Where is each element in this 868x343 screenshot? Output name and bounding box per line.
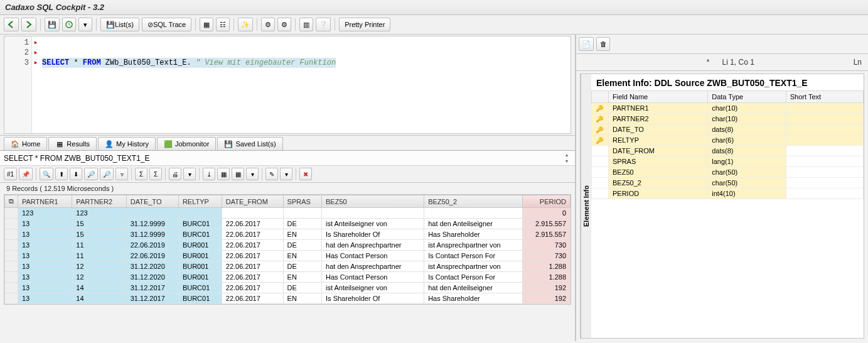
grid-toolbar: #1 📌 🔍 ⬆ ⬇ 🔎 🔎 ▿ Σ Σ 🖨 ▾ ⤓ ▦ ▦ ▾ xyxy=(0,166,575,183)
toolbar-icon-2[interactable]: ☷ xyxy=(216,18,230,31)
sql-editor[interactable]: 1 2 3 ▸▸▸ SELECT * FROM ZWb_But050_Text1… xyxy=(4,36,571,134)
layout-icon: ▥ xyxy=(303,21,309,29)
gridbtn-edit[interactable]: ✎ xyxy=(265,168,278,180)
back-button[interactable] xyxy=(4,18,19,31)
gridbtn-details[interactable]: 🔍 xyxy=(40,168,53,180)
field-row[interactable]: 🔑DATE_TOdats(8) xyxy=(592,124,864,135)
field-row[interactable]: BEZ50_2char(50) xyxy=(592,178,864,188)
table-row[interactable]: 131122.06.2019BUR00122.06.2017DEhat den … xyxy=(5,240,571,251)
tab-jobmonitor[interactable]: 🟩Jobmonitor xyxy=(157,137,216,150)
editor-code[interactable]: SELECT * FROM ZWb_But050_Text1_E. " View… xyxy=(40,36,338,133)
gridbtn-filter[interactable]: ▿ xyxy=(115,168,128,180)
list-icon: ☷ xyxy=(220,21,226,29)
pin-icon: 📌 xyxy=(22,171,29,178)
close-icon: ✖ xyxy=(303,171,308,178)
export-icon: ⤓ xyxy=(206,171,212,178)
table-row[interactable]: 131231.12.2020BUR00122.06.2017DEhat den … xyxy=(5,261,571,272)
field-row[interactable]: 🔑PARTNER2char(10) xyxy=(592,114,864,124)
query-up[interactable]: ▴ xyxy=(562,152,571,158)
help-button[interactable]: ❔ xyxy=(316,18,331,31)
tab-savedlists[interactable]: 💾Saved List(s) xyxy=(217,137,282,150)
row-select-all[interactable]: ⧉ xyxy=(5,195,18,208)
gridbtn-subtotal[interactable]: Σ xyxy=(149,168,162,180)
gridbtn-1[interactable]: #1 xyxy=(4,168,17,180)
toolbar-icon-6[interactable]: ▥ xyxy=(299,18,313,31)
trash-icon: 🗑 xyxy=(600,40,607,48)
pretty-printer-button[interactable]: Pretty Printer xyxy=(339,18,390,31)
table-row[interactable]: 131231.12.2020BUR00122.06.2017ENHas Cont… xyxy=(5,272,571,283)
toolbar-icon-1[interactable]: ▦ xyxy=(200,18,213,31)
col-partner2[interactable]: PARTNER2 xyxy=(72,195,126,208)
table-row[interactable]: 131531.12.9999BURC0122.06.2017DEist Ante… xyxy=(5,219,571,229)
tab-myhistory[interactable]: 👤My History xyxy=(98,137,156,150)
sum-icon: Σ xyxy=(139,171,143,178)
gridbtn-export-dd[interactable]: ▾ xyxy=(183,168,196,180)
home-icon: 🏠 xyxy=(11,139,19,148)
gridbtn-layout-dd[interactable]: ▾ xyxy=(246,168,259,180)
lists-button[interactable]: 💾 List(s) xyxy=(100,18,139,31)
window-title: Cadaxo SQL Cockpit - 3.2 xyxy=(0,0,868,15)
help-icon: ❔ xyxy=(319,21,328,29)
gridbtn-findnext[interactable]: 🔎 xyxy=(100,168,114,180)
element-info-tab[interactable]: Element Info xyxy=(581,74,591,338)
executed-query: SELECT * FROM ZWB_BUT050_TEXT1_E ▴▾ xyxy=(0,151,575,166)
field-row[interactable]: SPRASlang(1) xyxy=(592,156,864,167)
find-icon: 🔎 xyxy=(87,171,95,178)
table-row[interactable]: 131431.12.2017BURC0122.06.2017DEist Ante… xyxy=(5,283,571,293)
col-date_from[interactable]: DATE_FROM xyxy=(222,195,283,208)
toolbar-icon-3[interactable]: ✨ xyxy=(238,18,253,31)
gridbtn-find[interactable]: 🔎 xyxy=(84,168,98,180)
gridbtn-export[interactable]: ⤓ xyxy=(203,168,215,180)
field-row[interactable]: 🔑RELTYPchar(6) xyxy=(592,135,864,146)
col-reltyp[interactable]: RELTYP xyxy=(178,195,222,208)
table-row[interactable]: 131531.12.9999BURC0122.06.2017ENIs Share… xyxy=(5,229,571,240)
main-toolbar: 💾 ▾ 💾 List(s) ⊘ SQL Trace ▦ ☷ ✨ ⚙ ⚙ ▥ ❔ … xyxy=(0,15,868,35)
sort-desc-icon: ⬇ xyxy=(73,171,78,178)
tab-home[interactable]: 🏠Home xyxy=(4,137,47,150)
gridbtn-print[interactable]: 🖨 xyxy=(169,168,181,180)
table-icon: ▦ xyxy=(55,139,64,148)
element-info-title: Element Info: DDL Source ZWB_BUT050_TEXT… xyxy=(591,74,864,90)
table-row[interactable]: 131431.12.2017BURC0122.06.2017ENIs Share… xyxy=(5,293,571,304)
save-button[interactable]: 💾 xyxy=(45,18,60,31)
right-tool-1[interactable]: 📄 xyxy=(579,37,594,51)
query-down[interactable]: ▾ xyxy=(562,158,571,164)
gridbtn-more-dd[interactable]: ▾ xyxy=(280,168,292,180)
col-partner1[interactable]: PARTNER1 xyxy=(18,195,72,208)
results-tabbar: 🏠Home ▦Results 👤My History 🟩Jobmonitor 💾… xyxy=(0,135,575,151)
execute-button[interactable] xyxy=(62,18,76,31)
gridbtn-layout1[interactable]: ▦ xyxy=(217,168,230,180)
subtotal-icon: Σ xyxy=(154,171,158,178)
result-grid[interactable]: ⧉PARTNER1PARTNER2DATE_TORELTYPDATE_FROMS… xyxy=(4,194,571,305)
gridbtn-pin[interactable]: 📌 xyxy=(19,168,33,180)
col-spras[interactable]: SPRAS xyxy=(283,195,321,208)
tool2-icon: ⚙ xyxy=(281,21,287,29)
col-bez50_2[interactable]: BEZ50_2 xyxy=(424,195,523,208)
editor-marks: ▸▸▸ xyxy=(32,36,40,133)
key-icon: 🔑 xyxy=(596,116,603,122)
table-row[interactable]: 1231230 xyxy=(5,208,571,219)
result-status: 9 Records ( 12.519 Microseconds ) xyxy=(0,183,575,194)
gridbtn-sort-asc[interactable]: ⬆ xyxy=(55,168,68,180)
forward-button[interactable] xyxy=(21,18,36,31)
toolbar-icon-4[interactable]: ⚙ xyxy=(261,18,275,31)
key-icon: 🔑 xyxy=(596,126,603,133)
table-row[interactable]: 131122.06.2019BUR00122.06.2017ENHas Cont… xyxy=(5,251,571,261)
field-row[interactable]: BEZ50char(50) xyxy=(592,167,864,178)
editor-gutter: 1 2 3 xyxy=(4,36,32,133)
gridbtn-sort-desc[interactable]: ⬇ xyxy=(70,168,82,180)
execute-dropdown[interactable]: ▾ xyxy=(78,18,92,31)
col-period[interactable]: PERIOD xyxy=(523,195,571,208)
tab-results[interactable]: ▦Results xyxy=(48,137,97,150)
gridbtn-layout2[interactable]: ▦ xyxy=(232,168,244,180)
sqltrace-button[interactable]: ⊘ SQL Trace xyxy=(142,18,191,31)
right-delete[interactable]: 🗑 xyxy=(596,37,610,51)
gridbtn-close[interactable]: ✖ xyxy=(299,168,312,180)
field-row[interactable]: PERIODint4(10) xyxy=(592,188,864,199)
field-row[interactable]: 🔑PARTNER1char(10) xyxy=(592,103,864,114)
col-date_to[interactable]: DATE_TO xyxy=(126,195,178,208)
toolbar-icon-5[interactable]: ⚙ xyxy=(277,18,291,31)
gridbtn-sum[interactable]: Σ xyxy=(135,168,147,180)
field-row[interactable]: DATE_FROMdats(8) xyxy=(592,146,864,156)
col-bez50[interactable]: BEZ50 xyxy=(322,195,424,208)
